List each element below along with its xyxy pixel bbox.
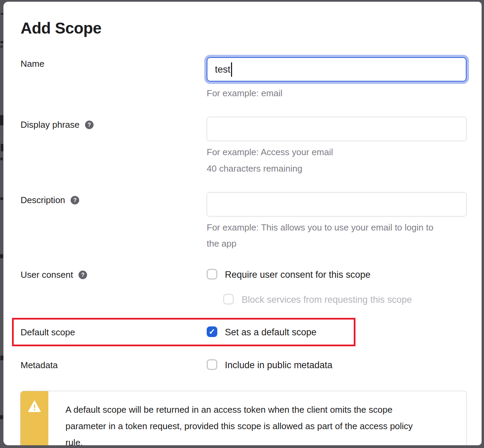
text-caret: [231, 62, 232, 77]
description-label: Description ?: [21, 195, 79, 206]
metadata-checkbox-label: Include in public metadata: [225, 360, 332, 371]
default-scope-checkbox-label: Set as a default scope: [225, 327, 316, 338]
description-helper-line: For example: This allows you to use your…: [207, 220, 467, 236]
warning-text: A default scope will be returned in an a…: [65, 401, 460, 445]
warning-text-line: parameter in a token request, provided t…: [65, 418, 460, 434]
add-scope-dialog: Add Scope Name test For example: email D…: [3, 2, 482, 445]
background-artifact: [0, 415, 3, 419]
background-artifact: [0, 158, 3, 160]
default-scope-checkbox[interactable]: ✓: [207, 326, 217, 337]
background-artifact: [0, 197, 3, 200]
warning-accent-bar: [21, 391, 48, 445]
help-icon[interactable]: ?: [78, 271, 87, 279]
warning-icon: [28, 400, 41, 412]
warning-text-line: A default scope will be returned in an a…: [65, 401, 460, 418]
require-consent-checkbox[interactable]: [207, 269, 217, 279]
warning-text-line: rule.: [65, 434, 460, 445]
display-phrase-label-text: Display phrase: [21, 120, 80, 130]
name-input[interactable]: test: [207, 57, 467, 82]
help-icon[interactable]: ?: [85, 121, 94, 129]
metadata-label-text: Metadata: [21, 360, 58, 371]
description-helper-line: the app: [207, 236, 467, 252]
metadata-label: Metadata: [21, 360, 58, 371]
name-helper: For example: email: [207, 85, 282, 101]
description-input[interactable]: [207, 192, 467, 216]
background-artifact: [0, 41, 3, 43]
require-consent-label: Require user consent for this scope: [225, 270, 371, 280]
background-artifact: [1, 13, 3, 15]
dialog-title: Add Scope: [21, 19, 101, 37]
name-label: Name: [21, 59, 44, 69]
check-icon: ✓: [209, 327, 215, 336]
background-artifact: [0, 254, 3, 258]
default-scope-warning-callout: A default scope will be returned in an a…: [20, 391, 467, 445]
characters-remaining: 40 characters remaining: [207, 161, 302, 177]
default-scope-label: Default scope: [21, 327, 75, 338]
user-consent-label-text: User consent: [21, 270, 73, 280]
name-input-value: test: [215, 64, 230, 75]
block-services-label: Block services from requesting this scop…: [242, 295, 412, 305]
display-phrase-input[interactable]: [207, 117, 467, 141]
description-helper: For example: This allows you to use your…: [207, 220, 467, 252]
background-artifact: [1, 144, 3, 151]
user-consent-label: User consent ?: [21, 270, 87, 280]
block-services-checkbox[interactable]: [223, 294, 234, 304]
display-phrase-helper: For example: Access your email: [207, 144, 333, 160]
metadata-checkbox[interactable]: [207, 359, 217, 370]
default-scope-label-text: Default scope: [21, 327, 75, 338]
name-label-text: Name: [21, 59, 44, 69]
display-phrase-label: Display phrase ?: [21, 120, 94, 130]
description-label-text: Description: [21, 195, 65, 206]
help-icon[interactable]: ?: [71, 196, 79, 204]
background-artifact: [0, 46, 3, 48]
